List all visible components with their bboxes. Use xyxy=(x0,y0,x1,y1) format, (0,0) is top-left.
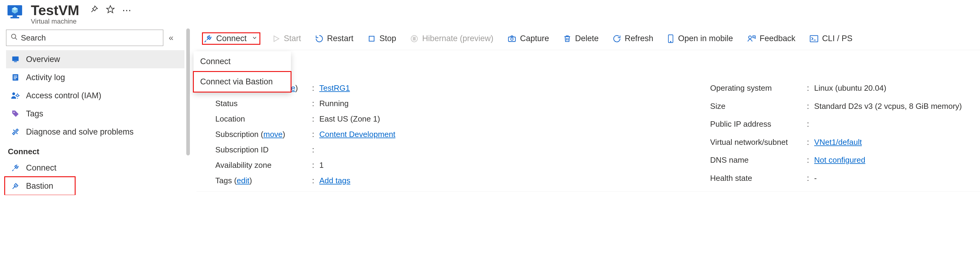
nav-label: Diagnose and solve problems xyxy=(26,127,134,137)
label-size: Size xyxy=(710,102,807,111)
nav-bastion[interactable]: Bastion xyxy=(6,177,185,195)
nav-label: Overview xyxy=(26,55,60,64)
toolbar-connect[interactable]: Connect xyxy=(202,32,260,45)
toolbar-label: Feedback xyxy=(760,34,795,43)
label-text: ) xyxy=(283,130,285,139)
label-tags: Tags (edit) xyxy=(215,176,312,185)
label-subscription-id: Subscription ID xyxy=(215,145,312,154)
value-availability-zone: 1 xyxy=(319,161,395,170)
svg-point-25 xyxy=(670,41,671,42)
colon: : xyxy=(312,130,319,139)
sidebar-nav: Overview Activity log Access control (IA… xyxy=(6,50,185,195)
resource-group-link[interactable]: TestRG1 xyxy=(319,83,350,92)
header-titles: TestVM Virtual machine xyxy=(31,3,79,25)
toolbar-open-mobile[interactable]: Open in mobile xyxy=(665,32,735,45)
collapse-sidebar-icon[interactable]: « xyxy=(169,33,173,43)
iam-icon xyxy=(10,91,21,100)
nav-overview[interactable]: Overview xyxy=(6,50,185,68)
nav-label: Tags xyxy=(26,109,43,119)
value-status: Running xyxy=(319,99,395,108)
connect-dropdown: Connect Connect via Bastion xyxy=(194,51,291,92)
colon: : xyxy=(807,83,814,93)
activity-log-icon xyxy=(10,73,21,82)
capture-icon xyxy=(508,35,517,43)
svg-rect-27 xyxy=(810,35,818,42)
toolbar-refresh[interactable]: Refresh xyxy=(610,32,656,45)
delete-icon xyxy=(563,35,571,43)
toolbar-hibernate: Hibernate (preview) xyxy=(407,32,496,45)
mobile-icon xyxy=(667,34,674,43)
colon: : xyxy=(312,161,319,170)
svg-point-6 xyxy=(11,34,16,38)
toolbar-start: Start xyxy=(269,32,304,45)
label-vnet: Virtual network/subnet xyxy=(710,138,807,147)
svg-point-23 xyxy=(511,38,513,40)
nav-diagnose[interactable]: Diagnose and solve problems xyxy=(6,123,185,141)
nav-connect[interactable]: Connect xyxy=(6,159,185,177)
value-health: - xyxy=(814,173,962,183)
essentials-panel: Resource group (move) : TestRG1 Status :… xyxy=(197,50,980,192)
vnet-link[interactable]: VNet1/default xyxy=(814,138,862,146)
colon: : xyxy=(312,114,319,124)
add-tags-link[interactable]: Add tags xyxy=(319,176,350,185)
label-text: ) xyxy=(250,176,252,185)
highlight-bastion xyxy=(4,176,76,195)
edit-tags-link[interactable]: edit xyxy=(237,176,250,185)
svg-rect-13 xyxy=(14,79,16,79)
dropdown-connect-bastion[interactable]: Connect via Bastion xyxy=(194,72,291,92)
dns-configure-link[interactable]: Not configured xyxy=(814,156,865,164)
sidebar: « Overview Activity log Access control (… xyxy=(0,27,185,195)
play-icon xyxy=(272,35,280,43)
subscription-link[interactable]: Content Development xyxy=(319,130,395,139)
favorite-icon[interactable] xyxy=(106,5,115,14)
svg-line-7 xyxy=(15,38,17,40)
svg-rect-20 xyxy=(414,37,414,40)
sidebar-scroll-thumb[interactable] xyxy=(186,29,190,156)
colon: : xyxy=(312,176,319,185)
sidebar-search[interactable] xyxy=(6,30,163,46)
toolbar-label: Open in mobile xyxy=(678,34,733,43)
nav-tags[interactable]: Tags xyxy=(6,105,185,123)
toolbar-label: Restart xyxy=(327,34,353,43)
toolbar-delete[interactable]: Delete xyxy=(561,32,601,45)
nav-label: Connect xyxy=(26,163,57,173)
toolbar-restart[interactable]: Restart xyxy=(313,32,356,45)
toolbar-stop[interactable]: Stop xyxy=(365,32,399,45)
colon: : xyxy=(312,145,319,154)
toolbar-capture[interactable]: Capture xyxy=(505,32,552,45)
value-size: Standard D2s v3 (2 vcpus, 8 GiB memory) xyxy=(814,102,962,111)
toolbar-cli[interactable]: CLI / PS xyxy=(807,32,855,45)
hibernate-icon xyxy=(410,35,418,43)
restart-icon xyxy=(315,35,323,43)
nav-section-connect: Connect xyxy=(6,141,185,159)
diagnose-icon xyxy=(10,127,21,136)
label-text: Tags ( xyxy=(215,176,237,185)
toolbar-label: Refresh xyxy=(625,34,654,43)
dropdown-connect[interactable]: Connect xyxy=(194,51,291,72)
tags-icon xyxy=(10,110,21,118)
toolbar-label: Delete xyxy=(575,34,599,43)
command-bar: Connect Start Restart xyxy=(197,27,980,50)
move-subscription-link[interactable]: move xyxy=(263,130,283,139)
nav-label: Access control (IAM) xyxy=(26,91,101,100)
label-health: Health state xyxy=(710,173,807,183)
value-os: Linux (ubuntu 20.04) xyxy=(814,83,962,93)
overview-icon xyxy=(10,55,21,64)
nav-activity-log[interactable]: Activity log xyxy=(6,68,185,86)
feedback-icon xyxy=(747,35,756,43)
nav-access-control[interactable]: Access control (IAM) xyxy=(6,86,185,105)
connect-icon xyxy=(204,34,213,43)
pin-icon[interactable] xyxy=(89,5,99,14)
more-icon[interactable]: ⋯ xyxy=(122,5,132,16)
svg-rect-9 xyxy=(14,61,17,62)
colon: : xyxy=(807,138,814,147)
search-input[interactable] xyxy=(21,33,159,43)
label-status: Status xyxy=(215,99,312,108)
stop-icon xyxy=(368,35,376,43)
value-location: East US (Zone 1) xyxy=(319,114,395,124)
connect-icon xyxy=(10,164,21,172)
label-availability-zone: Availability zone xyxy=(215,161,312,170)
toolbar-feedback[interactable]: Feedback xyxy=(745,32,798,45)
toolbar-label: CLI / PS xyxy=(822,34,853,43)
sidebar-scrollbar[interactable] xyxy=(186,27,191,156)
